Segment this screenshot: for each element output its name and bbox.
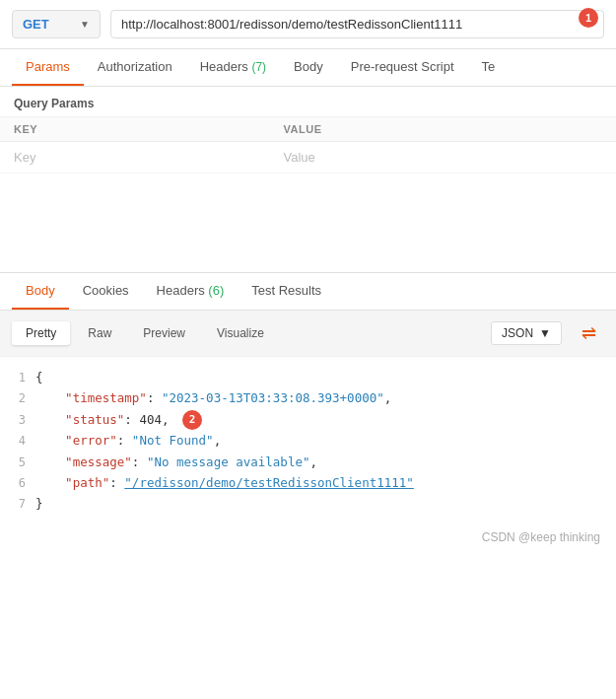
tab-authorization[interactable]: Authorization: [84, 49, 186, 86]
tab-te-label: Te: [482, 59, 496, 74]
query-params-header: Query Params: [0, 87, 616, 117]
line-content: "status": 404, 2: [35, 409, 616, 431]
request-tabs: Params Authorization Headers (7) Body Pr…: [0, 49, 616, 87]
tab-params-label: Params: [26, 59, 70, 74]
code-line-4: 4 "error": "Not Found",: [0, 430, 616, 451]
badge-2: 2: [182, 410, 202, 430]
line-number: 7: [0, 494, 35, 514]
value-cell[interactable]: Value: [270, 142, 616, 174]
chevron-down-icon: ▼: [80, 19, 90, 30]
line-number: 3: [0, 410, 35, 430]
line-content: {: [35, 367, 616, 387]
query-params-label: Query Params: [14, 97, 94, 110]
response-tab-testresults[interactable]: Test Results: [238, 273, 335, 310]
badge-1: 1: [579, 8, 598, 28]
response-tab-cookies-label: Cookies: [83, 283, 129, 298]
tab-authorization-label: Authorization: [98, 59, 172, 74]
response-tabs: Body Cookies Headers (6) Test Results: [0, 273, 616, 311]
line-number: 2: [0, 388, 35, 408]
tab-prerequest-label: Pre-request Script: [351, 59, 454, 74]
col-value: VALUE: [270, 117, 616, 142]
request-bar: GET ▼ 1: [0, 0, 616, 49]
code-line-2: 2 "timestamp": "2023-03-13T03:33:08.393+…: [0, 387, 616, 408]
line-content: "message": "No message available",: [35, 452, 616, 472]
line-number: 6: [0, 473, 35, 493]
table-row: Key Value: [0, 142, 616, 174]
col-key: KEY: [0, 117, 270, 142]
line-content: "timestamp": "2023-03-13T03:33:08.393+00…: [35, 387, 616, 408]
params-table: KEY VALUE Key Value: [0, 117, 616, 174]
tab-te[interactable]: Te: [468, 49, 510, 86]
line-content: "path": "/redisson/demo/testRedissonClie…: [35, 472, 616, 493]
format-visualize-button[interactable]: Visualize: [203, 321, 278, 345]
json-format-select[interactable]: JSON ▼: [491, 321, 562, 345]
json-format-label: JSON: [502, 326, 533, 340]
format-bar: Pretty Raw Preview Visualize JSON ▼ ⇌: [0, 311, 616, 357]
footer-watermark: CSDN @keep thinking: [0, 524, 616, 550]
response-tab-cookies[interactable]: Cookies: [69, 273, 143, 310]
line-content: }: [35, 493, 616, 514]
tab-params[interactable]: Params: [12, 49, 84, 86]
format-preview-button[interactable]: Preview: [129, 321, 199, 345]
response-tab-testresults-label: Test Results: [251, 283, 321, 298]
value-placeholder: Value: [284, 150, 315, 165]
code-line-6: 6 "path": "/redisson/demo/testRedissonCl…: [0, 472, 616, 493]
wrap-icon: ⇌: [582, 322, 596, 344]
method-label: GET: [23, 17, 49, 32]
line-content: "error": "Not Found",: [35, 430, 616, 451]
wrap-button[interactable]: ⇌: [574, 318, 604, 348]
tab-headers[interactable]: Headers (7): [186, 49, 280, 86]
code-line-5: 5 "message": "No message available",: [0, 452, 616, 472]
format-raw-button[interactable]: Raw: [74, 321, 125, 345]
response-tab-headers[interactable]: Headers (6): [143, 273, 239, 310]
line-number: 4: [0, 431, 35, 451]
code-line-3: 3 "status": 404, 2: [0, 409, 616, 431]
path-link[interactable]: "/redisson/demo/testRedissonClient1111": [124, 475, 414, 490]
tab-prerequest[interactable]: Pre-request Script: [337, 49, 468, 86]
code-line-7: 7 }: [0, 493, 616, 514]
watermark-text: CSDN @keep thinking: [482, 530, 600, 544]
json-response-block: 1 { 2 "timestamp": "2023-03-13T03:33:08.…: [0, 357, 616, 524]
code-line-1: 1 {: [0, 367, 616, 387]
headers-badge: (7): [251, 60, 266, 74]
response-tab-headers-label: Headers: [157, 283, 209, 298]
key-placeholder: Key: [14, 150, 35, 165]
tab-headers-label: Headers: [200, 59, 252, 74]
empty-space: [0, 174, 616, 252]
tab-body[interactable]: Body: [280, 49, 337, 86]
line-number: 5: [0, 453, 35, 472]
key-cell[interactable]: Key: [0, 142, 270, 174]
tab-body-label: Body: [294, 59, 323, 74]
url-input[interactable]: [110, 10, 604, 38]
line-number: 1: [0, 368, 35, 387]
response-headers-badge: (6): [208, 283, 224, 298]
response-tab-body-label: Body: [26, 283, 55, 298]
format-pretty-button[interactable]: Pretty: [12, 321, 70, 345]
response-tab-body[interactable]: Body: [12, 273, 69, 310]
chevron-down-icon: ▼: [539, 326, 551, 340]
method-dropdown[interactable]: GET ▼: [12, 10, 101, 38]
